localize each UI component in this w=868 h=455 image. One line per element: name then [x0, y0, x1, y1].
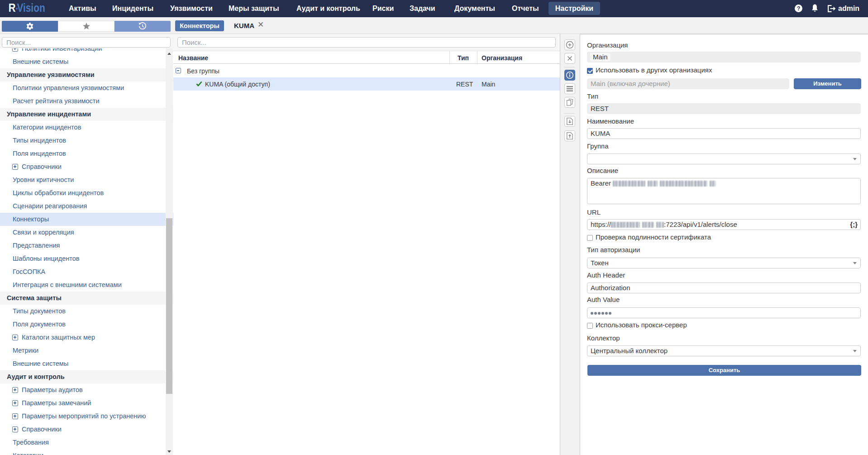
svg-text:Vision: Vision: [17, 1, 45, 14]
svg-text:R: R: [9, 1, 16, 14]
svg-text:?: ?: [797, 5, 801, 12]
